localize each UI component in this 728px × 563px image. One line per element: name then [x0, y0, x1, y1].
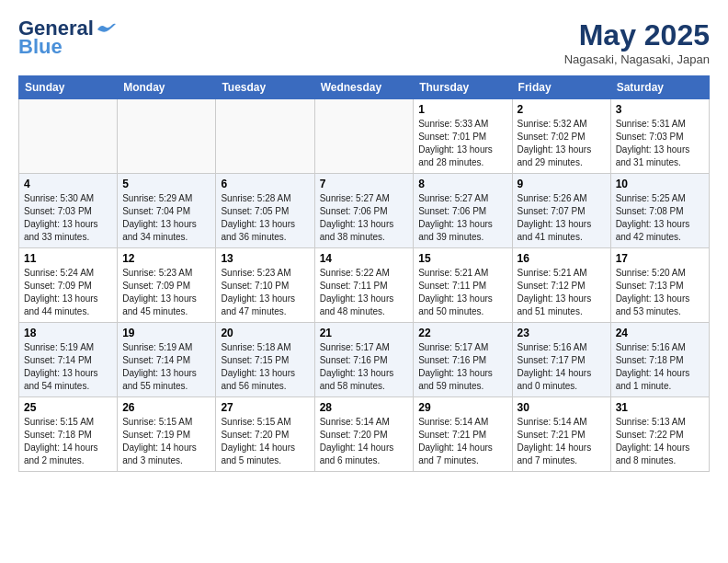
- calendar-cell: 17Sunrise: 5:20 AMSunset: 7:13 PMDayligh…: [610, 248, 709, 323]
- calendar-cell: 3Sunrise: 5:31 AMSunset: 7:03 PMDaylight…: [610, 99, 709, 174]
- day-number: 13: [221, 252, 309, 265]
- day-info: Sunrise: 5:33 AMSunset: 7:01 PMDaylight:…: [418, 118, 506, 169]
- header-thursday: Thursday: [414, 76, 512, 99]
- calendar-cell: [19, 99, 118, 174]
- day-info: Sunrise: 5:15 AMSunset: 7:19 PMDaylight:…: [122, 416, 210, 467]
- day-info: Sunrise: 5:16 AMSunset: 7:18 PMDaylight:…: [616, 341, 704, 393]
- calendar-cell: 7Sunrise: 5:27 AMSunset: 7:06 PMDaylight…: [314, 174, 414, 248]
- calendar-week-2: 4Sunrise: 5:30 AMSunset: 7:03 PMDaylight…: [19, 174, 710, 248]
- day-info: Sunrise: 5:20 AMSunset: 7:13 PMDaylight:…: [616, 267, 704, 318]
- day-info: Sunrise: 5:25 AMSunset: 7:08 PMDaylight:…: [616, 192, 704, 244]
- day-info: Sunrise: 5:21 AMSunset: 7:11 PMDaylight:…: [418, 267, 506, 318]
- day-info: Sunrise: 5:14 AMSunset: 7:21 PMDaylight:…: [418, 416, 506, 467]
- header-saturday: Saturday: [610, 76, 709, 99]
- page-header: General Blue May 2025 Nagasaki, Nagasaki…: [18, 18, 710, 66]
- day-info: Sunrise: 5:16 AMSunset: 7:17 PMDaylight:…: [518, 341, 606, 393]
- calendar-header-row: SundayMondayTuesdayWednesdayThursdayFrid…: [19, 76, 710, 99]
- day-info: Sunrise: 5:19 AMSunset: 7:14 PMDaylight:…: [24, 341, 112, 393]
- day-number: 28: [320, 401, 409, 414]
- day-info: Sunrise: 5:23 AMSunset: 7:09 PMDaylight:…: [122, 267, 210, 318]
- day-info: Sunrise: 5:15 AMSunset: 7:18 PMDaylight:…: [24, 416, 112, 467]
- day-number: 9: [518, 178, 606, 190]
- calendar-cell: 20Sunrise: 5:18 AMSunset: 7:15 PMDayligh…: [216, 323, 314, 397]
- day-number: 27: [221, 401, 309, 414]
- calendar-cell: 11Sunrise: 5:24 AMSunset: 7:09 PMDayligh…: [19, 248, 118, 323]
- calendar-cell: 13Sunrise: 5:23 AMSunset: 7:10 PMDayligh…: [216, 248, 314, 323]
- calendar-cell: 29Sunrise: 5:14 AMSunset: 7:21 PMDayligh…: [414, 397, 512, 472]
- day-info: Sunrise: 5:29 AMSunset: 7:04 PMDaylight:…: [122, 192, 210, 244]
- header-wednesday: Wednesday: [314, 76, 414, 99]
- day-info: Sunrise: 5:21 AMSunset: 7:12 PMDaylight:…: [518, 267, 606, 318]
- day-number: 8: [418, 178, 506, 190]
- day-info: Sunrise: 5:14 AMSunset: 7:20 PMDaylight:…: [320, 416, 409, 467]
- day-info: Sunrise: 5:28 AMSunset: 7:05 PMDaylight:…: [221, 192, 309, 244]
- calendar-cell: 4Sunrise: 5:30 AMSunset: 7:03 PMDaylight…: [19, 174, 118, 248]
- day-number: 30: [518, 401, 606, 414]
- header-tuesday: Tuesday: [216, 76, 314, 99]
- day-info: Sunrise: 5:31 AMSunset: 7:03 PMDaylight:…: [616, 118, 704, 169]
- day-number: 26: [122, 401, 210, 414]
- logo-bird-icon: [96, 22, 116, 37]
- day-number: 14: [320, 252, 409, 265]
- day-info: Sunrise: 5:26 AMSunset: 7:07 PMDaylight:…: [518, 192, 606, 244]
- calendar-cell: 30Sunrise: 5:14 AMSunset: 7:21 PMDayligh…: [512, 397, 610, 472]
- day-number: 20: [221, 327, 309, 339]
- title-block: May 2025 Nagasaki, Nagasaki, Japan: [564, 18, 710, 66]
- calendar-cell: 28Sunrise: 5:14 AMSunset: 7:20 PMDayligh…: [314, 397, 414, 472]
- day-number: 31: [616, 401, 704, 414]
- calendar-week-3: 11Sunrise: 5:24 AMSunset: 7:09 PMDayligh…: [19, 248, 710, 323]
- calendar-cell: 14Sunrise: 5:22 AMSunset: 7:11 PMDayligh…: [314, 248, 414, 323]
- day-info: Sunrise: 5:17 AMSunset: 7:16 PMDaylight:…: [418, 341, 506, 393]
- day-info: Sunrise: 5:30 AMSunset: 7:03 PMDaylight:…: [24, 192, 112, 244]
- day-number: 24: [616, 327, 704, 339]
- day-info: Sunrise: 5:13 AMSunset: 7:22 PMDaylight:…: [616, 416, 704, 467]
- calendar-week-5: 25Sunrise: 5:15 AMSunset: 7:18 PMDayligh…: [19, 397, 710, 472]
- day-number: 10: [616, 178, 704, 190]
- day-info: Sunrise: 5:19 AMSunset: 7:14 PMDaylight:…: [122, 341, 210, 393]
- location: Nagasaki, Nagasaki, Japan: [564, 52, 710, 66]
- calendar-cell: 8Sunrise: 5:27 AMSunset: 7:06 PMDaylight…: [414, 174, 512, 248]
- day-info: Sunrise: 5:15 AMSunset: 7:20 PMDaylight:…: [221, 416, 309, 467]
- calendar-cell: 12Sunrise: 5:23 AMSunset: 7:09 PMDayligh…: [118, 248, 216, 323]
- day-info: Sunrise: 5:14 AMSunset: 7:21 PMDaylight:…: [518, 416, 606, 467]
- logo-blue: Blue: [18, 35, 63, 59]
- day-info: Sunrise: 5:18 AMSunset: 7:15 PMDaylight:…: [221, 341, 309, 393]
- calendar-cell: 1Sunrise: 5:33 AMSunset: 7:01 PMDaylight…: [414, 99, 512, 174]
- day-number: 29: [418, 401, 506, 414]
- calendar-cell: 6Sunrise: 5:28 AMSunset: 7:05 PMDaylight…: [216, 174, 314, 248]
- day-number: 16: [518, 252, 606, 265]
- calendar-cell: 19Sunrise: 5:19 AMSunset: 7:14 PMDayligh…: [118, 323, 216, 397]
- calendar-cell: 25Sunrise: 5:15 AMSunset: 7:18 PMDayligh…: [19, 397, 118, 472]
- day-info: Sunrise: 5:27 AMSunset: 7:06 PMDaylight:…: [320, 192, 409, 244]
- calendar-cell: [314, 99, 414, 174]
- day-info: Sunrise: 5:27 AMSunset: 7:06 PMDaylight:…: [418, 192, 506, 244]
- day-number: 6: [221, 178, 309, 190]
- calendar-cell: [118, 99, 216, 174]
- calendar-week-4: 18Sunrise: 5:19 AMSunset: 7:14 PMDayligh…: [19, 323, 710, 397]
- calendar: SundayMondayTuesdayWednesdayThursdayFrid…: [18, 75, 710, 472]
- day-info: Sunrise: 5:32 AMSunset: 7:02 PMDaylight:…: [518, 118, 606, 169]
- calendar-cell: 24Sunrise: 5:16 AMSunset: 7:18 PMDayligh…: [610, 323, 709, 397]
- day-info: Sunrise: 5:23 AMSunset: 7:10 PMDaylight:…: [221, 267, 309, 318]
- calendar-cell: 23Sunrise: 5:16 AMSunset: 7:17 PMDayligh…: [512, 323, 610, 397]
- day-number: 23: [518, 327, 606, 339]
- calendar-cell: 5Sunrise: 5:29 AMSunset: 7:04 PMDaylight…: [118, 174, 216, 248]
- day-number: 25: [24, 401, 112, 414]
- calendar-cell: 22Sunrise: 5:17 AMSunset: 7:16 PMDayligh…: [414, 323, 512, 397]
- logo: General Blue: [18, 18, 116, 59]
- day-number: 21: [320, 327, 409, 339]
- day-info: Sunrise: 5:17 AMSunset: 7:16 PMDaylight:…: [320, 341, 409, 393]
- day-number: 15: [418, 252, 506, 265]
- day-number: 19: [122, 327, 210, 339]
- calendar-cell: 18Sunrise: 5:19 AMSunset: 7:14 PMDayligh…: [19, 323, 118, 397]
- calendar-cell: 10Sunrise: 5:25 AMSunset: 7:08 PMDayligh…: [610, 174, 709, 248]
- header-monday: Monday: [118, 76, 216, 99]
- day-number: 22: [418, 327, 506, 339]
- header-friday: Friday: [512, 76, 610, 99]
- calendar-cell: 31Sunrise: 5:13 AMSunset: 7:22 PMDayligh…: [610, 397, 709, 472]
- calendar-cell: 26Sunrise: 5:15 AMSunset: 7:19 PMDayligh…: [118, 397, 216, 472]
- day-number: 3: [616, 103, 704, 116]
- month-title: May 2025: [564, 18, 710, 52]
- calendar-cell: 21Sunrise: 5:17 AMSunset: 7:16 PMDayligh…: [314, 323, 414, 397]
- calendar-cell: [216, 99, 314, 174]
